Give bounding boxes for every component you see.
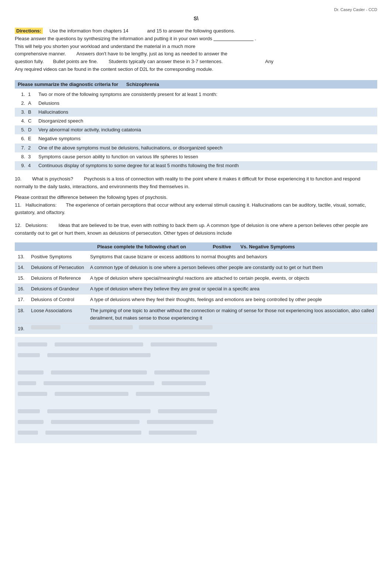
directions-any: Any [265,59,273,64]
q10-block: 10. What is psychosis? Psychosis is a lo… [15,175,377,191]
section1-row: 5. D Very abnormal motor activity, inclu… [15,125,377,134]
chart-row-def: Symptoms that cause bizarre or excess ad… [90,253,374,261]
chart-row-def: A common type of delusion is one where a… [90,264,374,271]
q12-num: 12. [15,223,21,228]
row-letter: C [28,117,38,125]
row-num: 5. [18,126,28,134]
row-num: 8. [18,153,28,161]
row19-blurred: 19. [15,324,377,334]
row-text: Disorganized speech [38,117,374,125]
chart-row-num: 18. [18,307,31,322]
page-title: S\ [15,15,377,21]
row-text: Very abnormal motor activity, including … [38,126,374,134]
row-num: 2. [18,100,28,107]
section1-header: Please summarize the diagnostic criteria… [15,80,377,89]
chart-row: 15. Delusions of Reference A type of del… [15,273,377,284]
chart-row-term: Delusions of Grandeur [31,285,90,293]
directions-block: Directions: Use the information from cha… [15,27,377,73]
row-text: Hallucinations [38,108,374,116]
chart-row-term: Positive Symptoms [31,253,90,261]
row-letter: 1 [28,91,38,98]
directions-period: . [255,36,256,41]
row19-num: 19. [18,325,31,332]
chart-row-num: 15. [18,275,31,282]
chart-section: Please complete the following chart on P… [15,242,377,334]
row-text: Delusions [38,100,374,107]
row-text: Symptoms cause person ability to functio… [38,153,374,161]
directions-text9: Students typically can answer these in 3… [109,59,223,64]
q12-block: 12. Delusions: Ideas that are believed t… [15,222,377,237]
section1-row: 7. 2 One of the above symptoms must be d… [15,144,377,152]
directions-text10: Any required videos can be found in the … [15,66,213,72]
row-letter: A [28,100,38,107]
chart-row-num: 17. [18,296,31,303]
directions-text1: Use the information from chapters 14 [49,28,128,34]
header-author: Dr. Casey Casler - CCD [15,7,377,12]
row-num: 3. [18,108,28,116]
section1-list: 1. 1 Two or more of the following sympto… [15,90,377,170]
chart-row: 13. Positive Symptoms Symptoms that caus… [15,252,377,262]
blurred-section-bottom [15,337,377,443]
chart-row-num: 13. [18,253,31,261]
chart-row-num: 16. [18,285,31,293]
section1-prompt: Please summarize the diagnostic criteria… [18,82,118,87]
q11-answer: The experience of certain perceptions th… [15,202,366,215]
row-text: Two or more of the following symptoms ar… [38,91,374,98]
row-num: 4. [18,117,28,125]
directions-text4: This will help you shorten your workload… [15,44,195,49]
q11-term: Hallucinations: [25,202,57,208]
row-letter: E [28,135,38,142]
chart-header: Please complete the following chart on P… [15,242,377,251]
row-num: 6. [18,135,28,142]
directions-text2: and 15 to answer the following questions… [147,28,235,34]
section1-container: Please summarize the diagnostic criteria… [15,80,377,170]
row-num: 7. [18,144,28,152]
directions-text5: comprehensive manner. [15,51,66,56]
chart-row-term: Delusions of Persecution [31,264,90,271]
section1-row: 8. 3 Symptoms cause person ability to fu… [15,152,377,161]
section1-row: 9. 4 Continuous display of symptoms to s… [15,161,377,170]
chart-row-term: Delusions of Control [31,296,90,303]
section1-row: 3. B Hallucinations [15,108,377,117]
section1-topic: Schizophrenia [126,82,159,87]
section1-row: 6. E Negative symptoms [15,134,377,143]
chart-row-def: The jumping of one topic to another with… [90,307,374,322]
contrast-prompt: Please contrast the difference between t… [15,194,377,200]
q10-question: What is psychosis? [32,176,73,182]
row-num: 9. [18,162,28,169]
chart-row-def: A type of delusion where special/meaning… [90,275,374,282]
row-text: Negative symptoms [38,135,374,142]
chart-row-term: Loose Associations [31,307,90,322]
row-letter: B [28,108,38,116]
directions-text6: Answers don't have to be lengthy, just a… [76,51,227,56]
chart-row-def: A type of delusions where they feel thei… [90,296,374,303]
q12-answer: Ideas that are believed to be true, even… [15,223,368,236]
q11-block: 11. Hallucinations: The experience of ce… [15,201,377,217]
row-text: Continuous display of symptoms to some d… [38,162,374,169]
directions-text3: Please answer the questions by synthesiz… [15,36,212,41]
section1-row: 4. C Disorganized speech [15,117,377,125]
q11-num: 11. [15,202,21,208]
chart-row: 14. Delusions of Persecution A common ty… [15,262,377,273]
row-letter: 4 [28,162,38,169]
section1-row: 2. A Delusions [15,99,377,108]
row-num: 1. [18,91,28,98]
section1-row: 1. 1 Two or more of the following sympto… [15,90,377,99]
directions-text7: question fully. [15,59,44,64]
row-letter: 3 [28,153,38,161]
chart-rows: 13. Positive Symptoms Symptoms that caus… [15,252,377,324]
row-letter: D [28,126,38,134]
chart-row-def: A type of delusion where they believe th… [90,285,374,293]
directions-label: Directions: [15,28,43,34]
q10-label: 10. [15,176,21,182]
row-letter: 2 [28,144,38,152]
row-text: One of the above symptoms must be delusi… [38,144,374,152]
chart-row: 18. Loose Associations The jumping of on… [15,306,377,324]
directions-text8: Bullet points are fine. [53,59,98,64]
chart-row-num: 14. [18,264,31,271]
q12-term: Delusions: [25,223,48,228]
chart-row: 16. Delusions of Grandeur A type of delu… [15,284,377,294]
chart-row-term: Delusions of Reference [31,275,90,282]
row19-content [31,325,374,332]
chart-row: 17. Delusions of Control A type of delus… [15,294,377,305]
